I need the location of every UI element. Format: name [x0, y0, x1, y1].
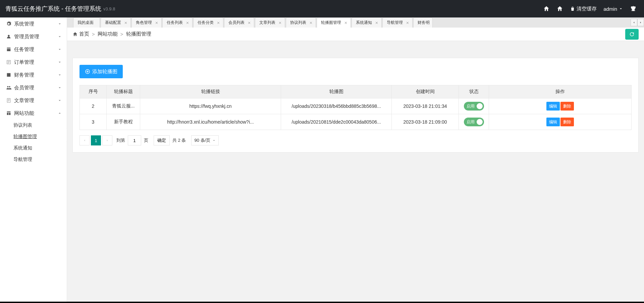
sidebar: 系统管理 管理员管理 任务管理 订单管理 财务管理 会员管理 文章管理 网站功能…: [0, 17, 67, 303]
tab-desktop[interactable]: 我的桌面: [73, 17, 100, 28]
cell-title: 新手教程: [107, 114, 140, 130]
close-icon[interactable]: [375, 21, 379, 25]
close-icon[interactable]: [185, 21, 190, 25]
cell-status: 启用: [459, 114, 489, 130]
th-title: 轮播标题: [107, 85, 140, 98]
user-menu[interactable]: admin: [600, 0, 627, 17]
pagination: 1 到第 页 确定 共 2 条 90 条/页: [79, 135, 632, 145]
home-icon[interactable]: [540, 0, 553, 17]
tab-finance[interactable]: 财务明: [413, 17, 433, 28]
crumb-page: 轮播图管理: [126, 31, 151, 37]
clear-cache-button[interactable]: 清空缓存: [567, 0, 600, 17]
page-total: 共 2 条: [172, 137, 186, 143]
app-version: v3.9.8: [103, 6, 115, 11]
sidebar-sub-agreement[interactable]: 协议列表: [0, 120, 67, 131]
page-input[interactable]: [128, 135, 141, 145]
cell-ops: 编辑删除: [489, 98, 632, 114]
sidebar-sub-notice[interactable]: 系统通知: [0, 142, 67, 154]
theme-icon[interactable]: [627, 0, 640, 17]
tab-nav[interactable]: 导航管理: [382, 17, 413, 28]
status-switch[interactable]: 启用: [464, 102, 484, 111]
tab-task-cat[interactable]: 任务分类: [193, 17, 223, 28]
th-link: 轮播链接: [140, 85, 281, 98]
cell-link: http://hnorr3.xnl.icu/home/article/show?…: [140, 114, 281, 130]
page-prev-button[interactable]: [79, 135, 90, 145]
edit-button[interactable]: 编辑: [546, 118, 560, 126]
sidebar-sub-carousel[interactable]: 轮播图管理: [0, 131, 67, 142]
crumb-home[interactable]: 首页: [79, 31, 89, 37]
tab-carousel[interactable]: 轮播图管理: [317, 17, 351, 28]
th-idx: 序号: [80, 85, 107, 98]
sidebar-item-system[interactable]: 系统管理: [0, 17, 67, 30]
page-next-button[interactable]: [102, 135, 112, 145]
carousel-table: 序号 轮播标题 轮播链接 轮播图 创建时间 状态 操作 2青狐云服...http…: [79, 85, 632, 130]
page-confirm-button[interactable]: 确定: [154, 135, 170, 145]
tab-article-list[interactable]: 文章列表: [255, 17, 285, 28]
th-time: 创建时间: [392, 85, 459, 98]
cell-time: 2023-03-18 21:09:00: [392, 114, 459, 130]
close-icon[interactable]: [278, 21, 282, 25]
tab-role[interactable]: 角色管理: [131, 17, 162, 28]
sidebar-item-order[interactable]: 订单管理: [0, 56, 67, 69]
tab-task-list[interactable]: 任务列表: [162, 17, 193, 28]
breadcrumb: 首页 > 网站功能 > 轮播图管理: [67, 28, 644, 41]
tabs-bar: 我的桌面 基础配置 角色管理 任务列表 任务分类 会员列表 文章列表 协议列表 …: [67, 17, 644, 28]
goto-label: 到第: [116, 137, 125, 143]
tabs-prev-button[interactable]: [631, 19, 637, 26]
close-icon[interactable]: [124, 21, 128, 25]
home-alt-icon[interactable]: [553, 0, 567, 17]
cell-img: /uploads/20230318/b456bbd885c3b5698...: [281, 98, 392, 114]
close-icon[interactable]: [406, 21, 410, 25]
delete-button[interactable]: 删除: [560, 118, 574, 126]
page-number-1[interactable]: 1: [91, 135, 101, 145]
refresh-button[interactable]: [625, 29, 639, 40]
cell-time: 2023-03-18 21:01:34: [392, 98, 459, 114]
cell-status: 启用: [459, 98, 489, 114]
close-icon[interactable]: [155, 21, 159, 25]
close-icon[interactable]: [344, 21, 348, 25]
cell-title: 青狐云服...: [107, 98, 140, 114]
page-size-select[interactable]: 90 条/页: [191, 135, 219, 145]
status-switch[interactable]: 启用: [464, 118, 484, 126]
table-row: 2青狐云服...https://fwq.yhxnkj.cn/uploads/20…: [80, 98, 632, 114]
content-card: 添加轮播图 序号 轮播标题 轮播链接 轮播图 创建时间 状态: [72, 58, 639, 153]
cell-img: /uploads/20210815/dde2c00043da80506...: [281, 114, 392, 130]
th-status: 状态: [459, 85, 489, 98]
sidebar-item-admin[interactable]: 管理员管理: [0, 30, 67, 43]
cell-ops: 编辑删除: [489, 114, 632, 130]
close-icon[interactable]: [216, 21, 220, 25]
cell-link: https://fwq.yhxnkj.cn: [140, 98, 281, 114]
table-row: 3新手教程http://hnorr3.xnl.icu/home/article/…: [80, 114, 632, 130]
add-carousel-button[interactable]: 添加轮播图: [79, 65, 123, 78]
tab-member-list[interactable]: 会员列表: [224, 17, 254, 28]
tab-basic-config[interactable]: 基础配置: [101, 17, 131, 28]
sidebar-item-task[interactable]: 任务管理: [0, 43, 67, 56]
close-icon[interactable]: [247, 21, 251, 25]
sidebar-sub-nav[interactable]: 导航管理: [0, 154, 67, 165]
header-bar: 青狐云任务推广系统 - 任务管理系统 v3.9.8 清空缓存 admin: [0, 0, 644, 17]
sidebar-item-finance[interactable]: 财务管理: [0, 69, 67, 81]
tab-notice[interactable]: 系统通知: [352, 17, 382, 28]
th-ops: 操作: [489, 85, 632, 98]
tab-agreement-list[interactable]: 协议列表: [286, 17, 316, 28]
tabs-next-button[interactable]: [637, 19, 644, 26]
chevron-down-icon: [212, 139, 216, 142]
cell-idx: 3: [80, 114, 107, 130]
cell-idx: 2: [80, 98, 107, 114]
sidebar-item-article[interactable]: 文章管理: [0, 94, 67, 107]
app-title: 青狐云任务推广系统 - 任务管理系统: [5, 5, 101, 13]
sidebar-item-site[interactable]: 网站功能: [0, 107, 67, 120]
plus-icon: [85, 69, 90, 74]
home-icon: [72, 32, 78, 37]
page-suffix: 页: [144, 137, 148, 143]
th-img: 轮播图: [281, 85, 392, 98]
delete-button[interactable]: 删除: [560, 102, 574, 111]
sidebar-item-member[interactable]: 会员管理: [0, 81, 67, 94]
close-icon[interactable]: [309, 21, 313, 25]
crumb-section[interactable]: 网站功能: [98, 31, 118, 37]
edit-button[interactable]: 编辑: [546, 102, 560, 111]
